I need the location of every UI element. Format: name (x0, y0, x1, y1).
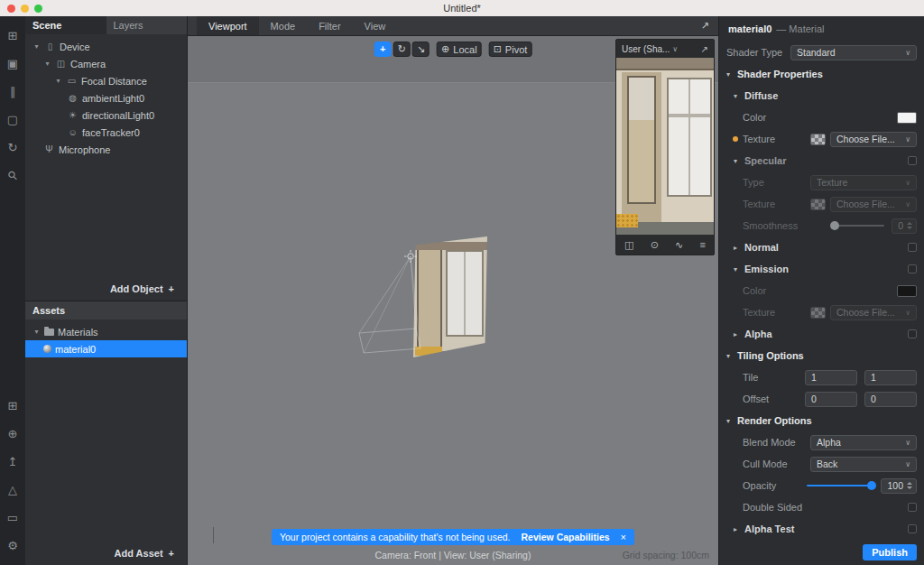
scene-layout-icon[interactable]: ⊞ (0, 22, 25, 50)
double-sided-checkbox[interactable] (908, 503, 917, 512)
opacity-stepper[interactable]: 100 (881, 478, 917, 494)
tree-item-focal-distance[interactable]: ▾ ▭ Focal Distance (25, 72, 187, 89)
tile-x-input[interactable]: 1 (805, 370, 857, 385)
stream-icon[interactable]: ∿ (675, 239, 683, 251)
normal-checkbox[interactable] (908, 243, 917, 252)
chevron-down-icon[interactable]: ▾ (43, 60, 51, 68)
texture-value: Choose File... (836, 199, 901, 209)
add-block-icon[interactable]: ⊞ (0, 392, 25, 420)
emission-checkbox[interactable] (908, 264, 917, 273)
viewport-canvas[interactable]: + ↻ ↘ ⊕ Local ⊡ (188, 36, 718, 565)
tree-item-ambientlight0[interactable]: ◍ ambientLight0 (25, 89, 187, 107)
cull-mode-row: Cull Mode Back ∨ (719, 453, 924, 475)
move-tool-button[interactable]: + (374, 42, 392, 57)
chevron-down-icon[interactable]: ▾ (32, 42, 41, 51)
chevron-down-icon: ▾ (734, 265, 744, 273)
offset-x-input[interactable]: 0 (805, 392, 857, 407)
rotate-tool-button[interactable]: ↻ (393, 42, 411, 57)
alpha-checkbox[interactable] (908, 329, 917, 338)
tree-item-microphone[interactable]: Ψ Microphone (25, 141, 187, 158)
device-frame-icon[interactable]: ▭ (0, 504, 25, 532)
chevron-down-icon: ∨ (905, 179, 910, 187)
render-options-section[interactable]: ▾ Render Options (719, 410, 924, 431)
diffuse-section[interactable]: ▾ Diffuse (719, 85, 924, 107)
plugins-icon[interactable]: ⊕ (0, 420, 25, 448)
alpha-test-section[interactable]: ▸ Alpha Test (719, 518, 924, 540)
chevron-down-icon[interactable]: ▾ (32, 328, 41, 336)
publish-button[interactable]: Publish (863, 544, 917, 560)
folder-icon (44, 329, 54, 336)
slider-thumb[interactable] (830, 221, 839, 230)
smoothness-slider[interactable] (832, 225, 884, 227)
section-label: Alpha Test (744, 523, 908, 534)
tree-item-camera[interactable]: ▾ ◫ Camera (25, 55, 187, 72)
type-label: Type (743, 177, 810, 188)
settings-gear-icon[interactable]: ⚙ (0, 532, 25, 560)
assets-title: Assets (32, 305, 65, 316)
review-capabilities-button[interactable]: Review Capabilities (522, 532, 610, 542)
offset-y-input[interactable]: 0 (864, 392, 917, 407)
color-label: Color (743, 285, 897, 296)
emission-color-swatch[interactable] (897, 285, 917, 297)
alpha-section[interactable]: ▸ Alpha (719, 323, 924, 345)
tree-item-material0[interactable]: material0 (25, 340, 187, 357)
chevron-down-icon[interactable]: ▾ (54, 77, 62, 85)
tiling-options-section[interactable]: ▾ Tiling Options (719, 345, 924, 366)
specular-section[interactable]: ▾ Specular (719, 150, 924, 171)
tile-y-input[interactable]: 1 (864, 370, 917, 385)
patch-editor-icon[interactable]: ∥ (0, 78, 25, 106)
tab-mode[interactable]: Mode (259, 16, 308, 35)
photo-capture-icon[interactable]: ⊙ (651, 239, 659, 251)
tree-item-device[interactable]: ▾ ▯ Device (25, 38, 187, 55)
local-space-button[interactable]: ⊕ Local (437, 42, 482, 57)
texture-thumbnail[interactable] (810, 307, 826, 319)
tab-layers[interactable]: Layers (106, 16, 188, 34)
tab-scene[interactable]: Scene (25, 16, 106, 34)
shader-properties-section[interactable]: ▾ Shader Properties (719, 63, 924, 85)
stepper-arrows-icon[interactable] (907, 222, 912, 229)
specular-type-dropdown[interactable]: Texture ∨ (810, 175, 917, 190)
stepper-arrows-icon[interactable] (907, 482, 912, 489)
slider-thumb[interactable] (867, 481, 876, 490)
emission-texture-dropdown[interactable]: Choose File... ∨ (830, 305, 917, 320)
add-asset-button[interactable]: Add Asset + (25, 542, 187, 565)
shapes-icon[interactable]: ▢ (0, 106, 25, 134)
normal-section[interactable]: ▸ Normal (719, 236, 924, 258)
test-device-icon[interactable]: △ (0, 476, 25, 504)
titlebar: Untitled* (0, 0, 924, 16)
specular-checkbox[interactable] (908, 156, 917, 165)
scene-plane-object[interactable] (413, 236, 487, 357)
tree-item-materials[interactable]: ▾ Materials (25, 323, 187, 340)
close-icon[interactable]: × (621, 532, 626, 542)
tree-item-facetracker0[interactable]: ☺ faceTracker0 (25, 124, 187, 141)
popout-viewport-icon[interactable]: ↗ (701, 20, 709, 32)
texture-thumbnail[interactable] (810, 134, 826, 145)
scale-tool-button[interactable]: ↘ (412, 42, 430, 57)
tab-viewport[interactable]: Viewport (197, 16, 259, 35)
opacity-slider[interactable] (807, 485, 873, 486)
smoothness-stepper[interactable]: 0 (892, 218, 917, 234)
focal-distance-icon: ▭ (66, 76, 78, 86)
popout-preview-icon[interactable]: ↗ (701, 44, 708, 54)
tree-item-directionallight0[interactable]: ☀ directionalLight0 (25, 107, 187, 124)
pivot-icon: ⊡ (494, 44, 502, 54)
tab-view[interactable]: View (353, 16, 398, 35)
cull-mode-dropdown[interactable]: Back ∨ (810, 457, 917, 472)
blend-mode-dropdown[interactable]: Alpha ∨ (810, 435, 917, 450)
texture-thumbnail[interactable] (810, 199, 826, 210)
tab-filter[interactable]: Filter (307, 16, 352, 35)
add-object-button[interactable]: Add Object + (25, 277, 187, 301)
shader-type-dropdown[interactable]: Standard ∨ (790, 45, 917, 60)
emission-section[interactable]: ▾ Emission (719, 258, 924, 280)
export-icon[interactable]: ↥ (0, 448, 25, 476)
video-record-icon[interactable]: ◫ (624, 239, 633, 251)
offset-row: Offset 0 0 (719, 388, 924, 410)
camera-source-dropdown[interactable]: User (Sha... ∨ ↗ (616, 40, 714, 58)
camera-view-icon[interactable]: ▣ (0, 50, 25, 78)
preview-menu-icon[interactable]: ≡ (699, 239, 705, 250)
pivot-button[interactable]: ⊡ Pivot (489, 42, 532, 57)
diffuse-color-swatch[interactable] (897, 112, 917, 124)
specular-texture-dropdown[interactable]: Choose File... ∨ (830, 197, 917, 212)
diffuse-texture-dropdown[interactable]: Choose File... ∨ (830, 132, 917, 147)
alpha-test-checkbox[interactable] (908, 524, 917, 533)
